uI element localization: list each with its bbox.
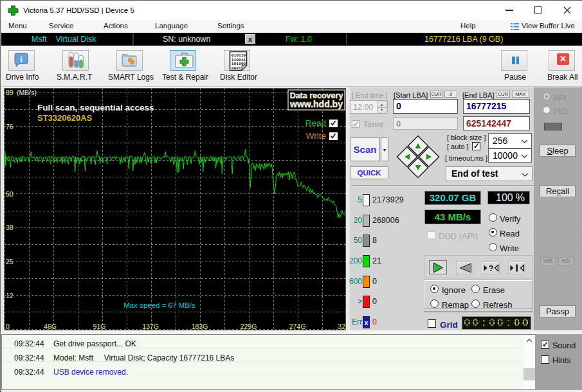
svg-text:274G: 274G [289, 323, 306, 330]
svg-text:50: 50 [6, 190, 14, 198]
svg-text:183G: 183G [192, 323, 208, 330]
svg-text:46G: 46G [44, 323, 57, 330]
svg-text:Max speed = 67 MB/s: Max speed = 67 MB/s [123, 301, 196, 309]
svg-text:ST3320620AS: ST3320620AS [37, 113, 93, 123]
svg-text:76: 76 [6, 123, 14, 130]
svg-text:Full scan, sequential access: Full scan, sequential access [37, 103, 154, 112]
svg-text:89: 89 [6, 89, 14, 96]
svg-text:i: i [20, 54, 23, 64]
svg-text:Write: Write [306, 131, 326, 141]
svg-text:(MB/s): (MB/s) [17, 89, 37, 96]
svg-text:137G: 137G [142, 323, 159, 330]
svg-text:0001: 0001 [232, 66, 241, 71]
svg-text:0: 0 [6, 323, 10, 330]
svg-text:12: 12 [6, 292, 14, 299]
svg-text:Read: Read [305, 118, 326, 128]
svg-text:91G: 91G [93, 323, 106, 330]
svg-text:www.hdd.by: www.hdd.by [289, 99, 343, 109]
svg-text:38: 38 [6, 224, 14, 231]
svg-text:25: 25 [6, 258, 14, 265]
svg-text:32: 32 [338, 323, 345, 330]
svg-text:229G: 229G [241, 323, 257, 330]
svg-text:?: ? [489, 264, 494, 273]
